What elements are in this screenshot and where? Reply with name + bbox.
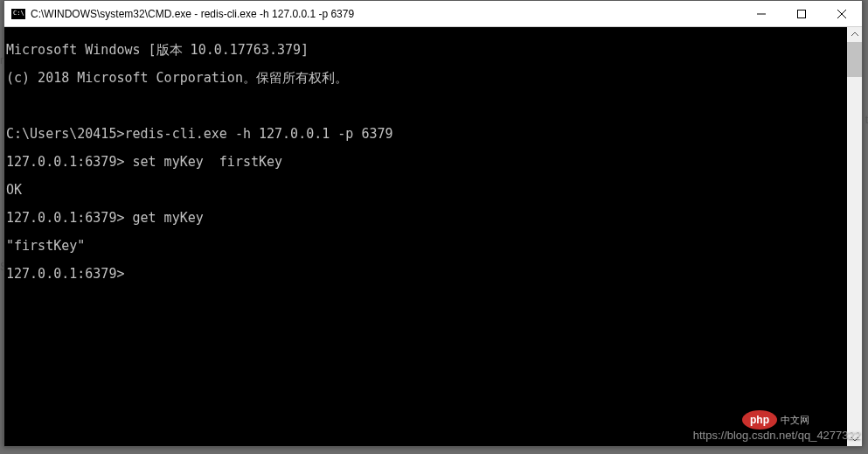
close-icon <box>837 10 846 18</box>
console-line <box>6 99 847 113</box>
scrollbar-track[interactable] <box>847 77 862 431</box>
minimize-button[interactable] <box>741 1 781 27</box>
cmd-window: C:\WINDOWS\system32\CMD.exe - redis-cli.… <box>3 0 863 447</box>
vertical-scrollbar[interactable] <box>847 27 862 446</box>
window-title: C:\WINDOWS\system32\CMD.exe - redis-cli.… <box>31 8 354 20</box>
client-area: Microsoft Windows [版本 10.0.17763.379] (c… <box>4 27 862 446</box>
svg-rect-1 <box>798 10 806 17</box>
minimize-icon <box>757 10 766 18</box>
watermark-url: https://blog.csdn.net/qq_4277322 <box>693 429 861 442</box>
chevron-up-icon <box>851 32 858 37</box>
maximize-button[interactable] <box>781 1 822 27</box>
maximize-icon <box>797 10 806 18</box>
console-line: Microsoft Windows [版本 10.0.17763.379] <box>6 43 847 57</box>
cmd-icon <box>11 9 25 19</box>
scroll-up-button[interactable] <box>847 27 862 42</box>
console-line: "firstKey" <box>6 239 847 253</box>
console-line: OK <box>6 183 847 197</box>
bg-char-t: t <box>865 114 868 126</box>
console-line: (c) 2018 Microsoft Corporation。保留所有权利。 <box>6 71 847 85</box>
desktop: n S t C:\WINDOWS\system32\CMD.exe - redi… <box>0 0 868 454</box>
titlebar[interactable]: C:\WINDOWS\system32\CMD.exe - redis-cli.… <box>4 1 862 27</box>
close-button[interactable] <box>822 1 862 27</box>
console-line: 127.0.0.1:6379> set myKey firstKey <box>6 155 847 169</box>
console-line: 127.0.0.1:6379> <box>6 267 847 281</box>
console-output[interactable]: Microsoft Windows [版本 10.0.17763.379] (c… <box>4 27 847 446</box>
console-line: C:\Users\20415>redis-cli.exe -h 127.0.0.… <box>6 127 847 141</box>
console-line: 127.0.0.1:6379> get myKey <box>6 211 847 225</box>
scrollbar-thumb[interactable] <box>847 42 862 77</box>
